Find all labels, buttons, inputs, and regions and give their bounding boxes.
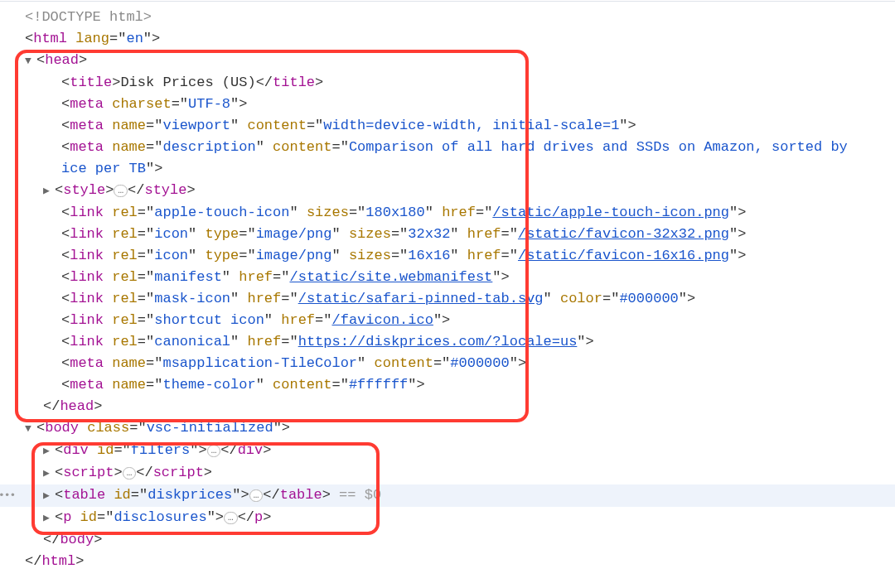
expand-toggle[interactable] (25, 51, 36, 72)
ellipsis-icon[interactable]: … (224, 512, 238, 524)
node-meta-viewport[interactable]: <meta name="viewport" content="width=dev… (0, 115, 895, 137)
ellipsis-icon[interactable]: … (249, 489, 264, 502)
selected-node-indicator: == $0 (331, 487, 381, 503)
node-link-manifest[interactable]: <link rel="manifest" href="/static/site.… (0, 267, 895, 288)
node-table-diskprices[interactable]: •••<table id="diskprices">…</table> == $… (0, 484, 895, 507)
node-style[interactable]: <style>…</style> (0, 180, 895, 202)
expand-toggle[interactable] (43, 508, 55, 529)
node-div-filters[interactable]: <div id="filters">…</div> (0, 440, 895, 462)
node-script[interactable]: <script>…</script> (0, 462, 895, 484)
ellipsis-icon[interactable]: … (123, 467, 137, 480)
node-link-apple-touch-icon[interactable]: <link rel="apple-touch-icon" sizes="180x… (0, 202, 895, 224)
expand-toggle[interactable] (43, 441, 55, 462)
gutter-ellipsis-icon[interactable]: ••• (0, 485, 15, 507)
node-title[interactable]: <title>Disk Prices (US)</title> (0, 72, 895, 94)
expand-toggle[interactable] (43, 181, 55, 202)
expand-toggle[interactable] (25, 418, 36, 440)
node-meta-tilecolor[interactable]: <meta name="msapplication-TileColor" con… (0, 353, 895, 374)
node-doctype[interactable]: <!DOCTYPE html> (0, 7, 895, 28)
node-html-open[interactable]: <html lang="en"> (0, 28, 895, 50)
ellipsis-icon[interactable]: … (207, 445, 221, 457)
expand-toggle[interactable] (43, 485, 55, 507)
node-meta-charset[interactable]: <meta charset="UTF-8"> (0, 94, 895, 115)
node-head-close[interactable]: </head> (0, 396, 895, 417)
node-link-shortcut-icon[interactable]: <link rel="shortcut icon" href="/favicon… (0, 310, 895, 331)
node-p-disclosures[interactable]: <p id="disclosures">…</p> (0, 507, 895, 529)
node-meta-themecolor[interactable]: <meta name="theme-color" content="#fffff… (0, 374, 895, 396)
node-link-mask-icon[interactable]: <link rel="mask-icon" href="/static/safa… (0, 288, 895, 310)
node-link-canonical[interactable]: <link rel="canonical" href="https://disk… (0, 331, 895, 353)
elements-tree: <!DOCTYPE html> <html lang="en"> <head> … (0, 2, 895, 572)
node-body-close[interactable]: </body> (0, 529, 895, 551)
node-link-favicon16[interactable]: <link rel="icon" type="image/png" sizes=… (0, 245, 895, 267)
ellipsis-icon[interactable]: … (114, 185, 128, 197)
node-head-open[interactable]: <head> (0, 50, 895, 72)
node-body-open[interactable]: <body class="vsc-initialized"> (0, 417, 895, 440)
node-meta-description-line2[interactable]: ice per TB"> (0, 158, 895, 180)
node-meta-description-line1[interactable]: <meta name="description" content="Compar… (0, 137, 895, 158)
expand-toggle[interactable] (43, 463, 55, 484)
node-link-favicon32[interactable]: <link rel="icon" type="image/png" sizes=… (0, 224, 895, 245)
node-html-close[interactable]: </html> (0, 551, 895, 572)
